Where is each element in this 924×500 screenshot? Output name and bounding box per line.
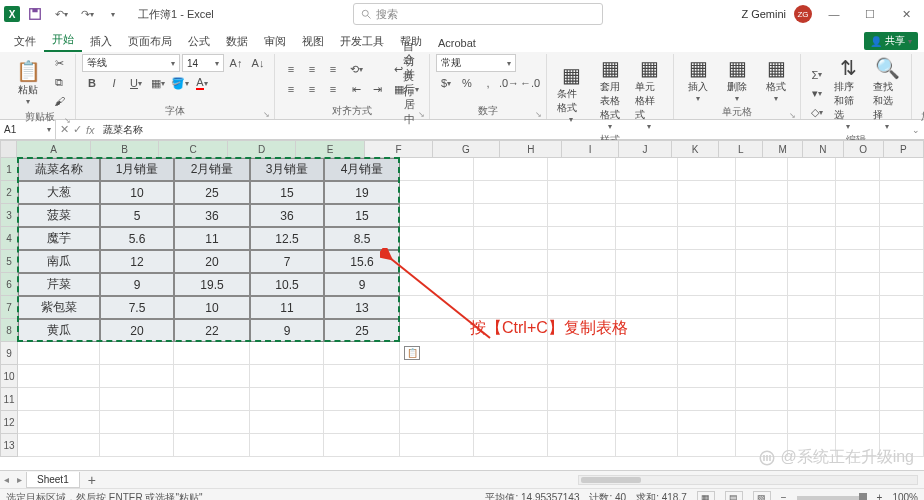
col-header-B[interactable]: B	[91, 140, 159, 158]
view-normal-icon[interactable]: ▦	[697, 491, 715, 501]
cell[interactable]	[548, 434, 616, 457]
cell[interactable]	[836, 365, 880, 388]
currency-icon[interactable]: $▾	[436, 74, 456, 92]
cell[interactable]	[836, 342, 880, 365]
cell[interactable]	[324, 434, 400, 457]
tab-公式[interactable]: 公式	[180, 31, 218, 52]
sheet-nav-prev-icon[interactable]: ◂	[0, 474, 13, 485]
row-header-2[interactable]: 2	[0, 181, 18, 204]
table-cell[interactable]: 9	[250, 319, 324, 342]
cell[interactable]	[18, 434, 100, 457]
cell[interactable]	[474, 250, 548, 273]
col-header-I[interactable]: I	[562, 140, 619, 158]
comma-icon[interactable]: ,	[478, 74, 498, 92]
zoom-value[interactable]: 100%	[892, 492, 918, 500]
cell[interactable]	[678, 158, 736, 181]
cell[interactable]	[788, 319, 836, 342]
paste-button[interactable]: 📋粘贴▾	[10, 57, 46, 108]
col-header-M[interactable]: M	[763, 140, 803, 158]
cell-style-button[interactable]: ▦单元格样式▾	[631, 54, 667, 133]
cell[interactable]	[736, 342, 788, 365]
cell[interactable]	[678, 411, 736, 434]
cell[interactable]	[880, 227, 924, 250]
cell[interactable]	[400, 227, 474, 250]
view-pagebreak-icon[interactable]: ▧	[753, 491, 771, 501]
decrease-font-icon[interactable]: A↓	[248, 54, 268, 72]
cell[interactable]	[474, 227, 548, 250]
tab-数据[interactable]: 数据	[218, 31, 256, 52]
table-cell[interactable]: 魔芋	[18, 227, 100, 250]
indent-right-icon[interactable]: ⇥	[367, 80, 387, 98]
select-all-corner[interactable]	[0, 140, 17, 158]
table-cell[interactable]: 10	[174, 296, 250, 319]
close-icon[interactable]: ✕	[892, 2, 920, 26]
delete-cells-button[interactable]: ▦删除▾	[719, 54, 755, 105]
tab-视图[interactable]: 视图	[294, 31, 332, 52]
user-name[interactable]: Z Gemini	[741, 8, 786, 20]
number-format-combo[interactable]: 常规▾	[436, 54, 516, 72]
cell[interactable]	[400, 365, 474, 388]
table-cell[interactable]: 12.5	[250, 227, 324, 250]
cell[interactable]	[616, 250, 678, 273]
col-header-F[interactable]: F	[365, 140, 433, 158]
table-cell[interactable]: 15.6	[324, 250, 400, 273]
horizontal-scrollbar[interactable]	[578, 475, 918, 485]
cell[interactable]	[788, 181, 836, 204]
table-cell[interactable]: 南瓜	[18, 250, 100, 273]
zoom-out-icon[interactable]: −	[781, 492, 787, 500]
row-header-5[interactable]: 5	[0, 250, 18, 273]
cell[interactable]	[880, 365, 924, 388]
cell[interactable]	[788, 411, 836, 434]
cell[interactable]	[616, 158, 678, 181]
cell[interactable]	[880, 204, 924, 227]
sheet-tab[interactable]: Sheet1	[26, 472, 80, 488]
cell[interactable]	[736, 388, 788, 411]
table-cell[interactable]: 19	[324, 181, 400, 204]
cell[interactable]	[324, 388, 400, 411]
align-bottom-icon[interactable]: ≡	[323, 60, 343, 78]
cell[interactable]	[474, 388, 548, 411]
cell[interactable]	[548, 158, 616, 181]
row-header-6[interactable]: 6	[0, 273, 18, 296]
user-avatar[interactable]: ZG	[794, 5, 812, 23]
cell[interactable]	[880, 250, 924, 273]
table-header[interactable]: 4月销量	[324, 158, 400, 181]
cell[interactable]	[400, 296, 474, 319]
cell[interactable]	[736, 365, 788, 388]
cell[interactable]	[548, 411, 616, 434]
cell[interactable]	[548, 227, 616, 250]
cell[interactable]	[736, 158, 788, 181]
cell[interactable]	[616, 273, 678, 296]
cell[interactable]	[174, 388, 250, 411]
cell[interactable]	[678, 434, 736, 457]
cell[interactable]	[736, 411, 788, 434]
cell[interactable]	[474, 296, 548, 319]
table-cell[interactable]: 25	[174, 181, 250, 204]
table-cell[interactable]: 8.5	[324, 227, 400, 250]
cell[interactable]	[880, 411, 924, 434]
underline-icon[interactable]: U▾	[126, 74, 146, 92]
cell[interactable]	[400, 204, 474, 227]
dec-decimal-icon[interactable]: ←.0	[520, 74, 540, 92]
tab-文件[interactable]: 文件	[6, 31, 44, 52]
italic-icon[interactable]: I	[104, 74, 124, 92]
sheet-nav-next-icon[interactable]: ▸	[13, 474, 26, 485]
cell[interactable]	[548, 296, 616, 319]
redo-icon[interactable]: ↷▾	[76, 3, 98, 25]
qat-customize-icon[interactable]: ▾	[102, 3, 124, 25]
table-cell[interactable]: 10.5	[250, 273, 324, 296]
view-layout-icon[interactable]: ▤	[725, 491, 743, 501]
cell[interactable]	[548, 342, 616, 365]
cell[interactable]	[616, 411, 678, 434]
merge-button[interactable]: ▦ 合并后居中▾	[390, 80, 423, 98]
cell[interactable]	[880, 158, 924, 181]
cell[interactable]	[616, 181, 678, 204]
table-cell[interactable]: 大葱	[18, 181, 100, 204]
cell[interactable]	[836, 319, 880, 342]
cell[interactable]	[100, 365, 174, 388]
cell[interactable]	[880, 296, 924, 319]
table-cell[interactable]: 11	[250, 296, 324, 319]
table-cell[interactable]: 芹菜	[18, 273, 100, 296]
tab-插入[interactable]: 插入	[82, 31, 120, 52]
cell[interactable]	[678, 388, 736, 411]
